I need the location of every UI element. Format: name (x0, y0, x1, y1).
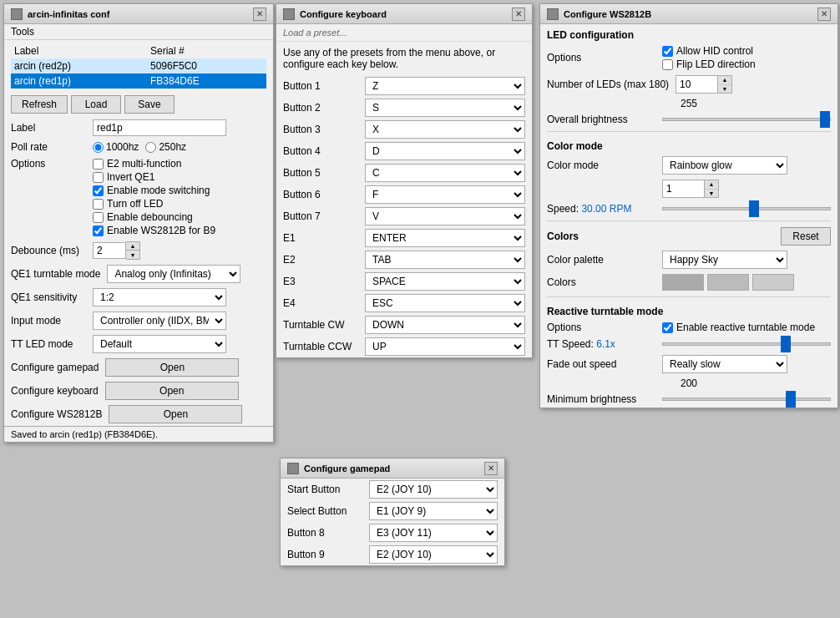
label-input[interactable] (93, 119, 226, 136)
tools-menu[interactable]: Tools (11, 26, 34, 38)
open-ws2812b-button[interactable]: Open (109, 405, 242, 423)
turn-off-led-checkbox[interactable] (93, 199, 104, 210)
gamepad-key-row-1: Select Button E1 (JOY 9) (281, 500, 504, 522)
gamepad-select-1[interactable]: E1 (JOY 9) (369, 502, 498, 520)
e2-multi-option[interactable]: E2 multi-function (93, 158, 215, 170)
num-leds-down-button[interactable]: ▼ (718, 85, 731, 94)
color-mode-sub-down[interactable]: ▼ (705, 190, 718, 198)
enable-mode-checkbox[interactable] (93, 185, 104, 196)
options-row: Options E2 multi-function Invert QE1 Ena… (4, 155, 273, 239)
key-select-9[interactable]: SPACE (365, 272, 525, 291)
num-leds-input[interactable] (676, 75, 717, 94)
enable-ws2812b-checkbox[interactable] (93, 225, 104, 236)
speed-slider[interactable] (662, 207, 831, 210)
brightness-slider[interactable] (662, 118, 831, 121)
debounce-input[interactable] (93, 242, 126, 259)
key-select-0[interactable]: Z (365, 77, 525, 95)
color-mode-sub-up[interactable]: ▲ (705, 180, 718, 190)
enable-debouncing-checkbox[interactable] (93, 212, 104, 223)
panel2-close-button[interactable]: ✕ (512, 8, 525, 21)
colors-section-title: Colors (547, 230, 579, 242)
device-serial-0: 5096F5C0 (147, 58, 266, 73)
tt-led-label: TT LED mode (11, 338, 86, 350)
color-mode-sub-buttons: ▲ ▼ (704, 180, 719, 198)
save-button[interactable]: Save (124, 95, 175, 114)
speed-value: 30.00 RPM (581, 203, 631, 215)
enable-mode-option[interactable]: Enable mode switching (93, 185, 215, 196)
color-mode-select[interactable]: Rainbow glow Static (662, 156, 787, 175)
led-options-label: Options (547, 52, 655, 63)
key-select-8[interactable]: TAB (365, 251, 525, 269)
poll-rate-row: Poll rate 1000hz 250hz (4, 139, 273, 155)
color-swatch-0[interactable] (662, 274, 704, 291)
enable-debouncing-option[interactable]: Enable debouncing (93, 211, 215, 223)
qe1-sensitivity-label: QE1 sensitivity (11, 291, 86, 303)
gamepad-key-row-3: Button 9 E2 (JOY 10) (281, 544, 504, 565)
poll-1000hz-label: 1000hz (106, 141, 139, 153)
min-brightness-slider[interactable] (662, 398, 831, 401)
keyboard-key-row-7: E1 ENTER (276, 227, 532, 249)
key-select-10[interactable]: ESC (365, 294, 525, 312)
key-select-1[interactable]: S (365, 99, 525, 117)
debounce-down-button[interactable]: ▼ (126, 251, 139, 259)
key-select-7[interactable]: ENTER (365, 229, 525, 247)
color-swatch-1[interactable] (707, 274, 749, 291)
table-row[interactable]: arcin (red2p) 5096F5C0 (11, 58, 266, 73)
color-swatch-2[interactable] (752, 274, 794, 291)
panel1-title: arcin-infinitas conf (28, 9, 109, 19)
poll-250hz-option[interactable]: 250hz (145, 141, 186, 153)
qe1-sensitivity-select[interactable]: 1:2 1:1 (93, 288, 226, 306)
reset-button[interactable]: Reset (781, 227, 831, 246)
allow-hid-checkbox[interactable] (662, 46, 673, 57)
debounce-up-button[interactable]: ▲ (126, 242, 139, 251)
flip-led-checkbox[interactable] (662, 59, 673, 70)
open-gamepad-button[interactable]: Open (105, 358, 239, 377)
reactive-section-title: Reactive turntable mode (540, 301, 837, 319)
gamepad-select-2[interactable]: E3 (JOY 11) (369, 524, 498, 542)
key-select-4[interactable]: C (365, 164, 525, 182)
load-button[interactable]: Load (71, 95, 121, 114)
allow-hid-option[interactable]: Allow HID control (662, 45, 756, 57)
poll-1000hz-option[interactable]: 1000hz (93, 141, 139, 153)
tt-speed-prefix: TT Speed: (547, 338, 596, 350)
tt-speed-slider-container (662, 342, 831, 346)
key-select-3[interactable]: D (365, 142, 525, 160)
flip-led-option[interactable]: Flip LED direction (662, 58, 756, 70)
color-mode-sub-input[interactable] (662, 180, 704, 198)
key-select-6[interactable]: V (365, 207, 525, 225)
panel1-close-button[interactable]: ✕ (253, 8, 266, 21)
e2-multi-checkbox[interactable] (93, 159, 104, 170)
panel4-close-button[interactable]: ✕ (817, 8, 831, 21)
poll-250hz-radio[interactable] (145, 142, 156, 153)
open-keyboard-button[interactable]: Open (105, 382, 239, 400)
key-select-2[interactable]: X (365, 120, 525, 139)
enable-reactive-checkbox[interactable] (662, 322, 673, 333)
input-mode-row: Input mode Controller only (IIDX, BMS) (4, 309, 273, 332)
input-mode-select[interactable]: Controller only (IIDX, BMS) (93, 312, 226, 330)
invert-qe1-option[interactable]: Invert QE1 (93, 171, 215, 183)
led-options-row: Options Allow HID control Flip LED direc… (540, 43, 837, 73)
key-select-11[interactable]: DOWN (365, 316, 525, 334)
panel1-menu: Tools (4, 24, 273, 40)
enable-ws2812b-option[interactable]: Enable WS2812B for B9 (93, 225, 215, 236)
palette-select[interactable]: Happy Sky None (662, 251, 787, 269)
fade-out-select[interactable]: Really slow Slow Normal (662, 355, 787, 373)
key-select-12[interactable]: UP (365, 337, 525, 356)
key-select-5[interactable]: F (365, 185, 525, 204)
led-options-checkboxes: Allow HID control Flip LED direction (662, 45, 756, 70)
invert-qe1-checkbox[interactable] (93, 172, 104, 183)
enable-reactive-option[interactable]: Enable reactive turntable mode (662, 322, 815, 333)
tt-speed-slider[interactable] (662, 342, 831, 346)
turn-off-led-option[interactable]: Turn off LED (93, 198, 215, 210)
panel3-close-button[interactable]: ✕ (484, 462, 498, 475)
qe1-mode-select[interactable]: Analog only (Infinitas) Digital (107, 265, 240, 283)
gamepad-select-3[interactable]: E2 (JOY 10) (369, 545, 498, 564)
refresh-button[interactable]: Refresh (11, 95, 68, 114)
tt-led-select[interactable]: Default (93, 335, 226, 353)
num-leds-up-button[interactable]: ▲ (718, 76, 731, 85)
gamepad-select-0[interactable]: E2 (JOY 10) (369, 480, 498, 499)
poll-1000hz-radio[interactable] (93, 142, 104, 153)
key-label-3: Button 4 (283, 145, 358, 157)
num-leds-spinbox: ▲ ▼ (676, 75, 732, 94)
table-row[interactable]: arcin (red1p) FB384D6E (11, 73, 266, 89)
